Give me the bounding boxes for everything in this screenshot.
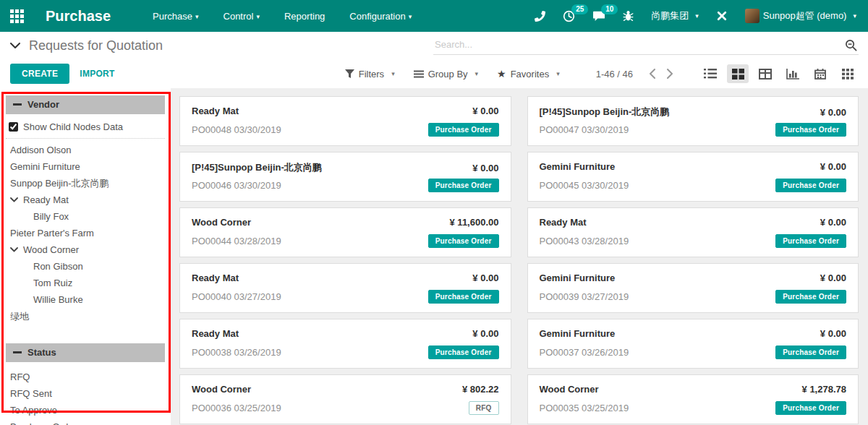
status-filter-item[interactable]: RFQ: [6, 369, 165, 385]
kanban-card[interactable]: [P!45]Sunpop Beijin-北京尚鹏 ¥ 0.00 PO00046 …: [179, 152, 511, 202]
activities-clock-icon[interactable]: 25: [563, 10, 575, 22]
kanban-card[interactable]: Gemini Furniture ¥ 0.00 PO00045 03/30/20…: [527, 152, 859, 202]
card-vendor-name: Wood Corner: [192, 384, 251, 395]
create-button[interactable]: CREATE: [10, 64, 69, 84]
status-filter-item[interactable]: RFQ Sent: [6, 385, 165, 402]
phone-icon[interactable]: [535, 11, 545, 22]
nav-menu-item[interactable]: Configuration▾: [349, 11, 412, 22]
pager-next-icon[interactable]: [661, 69, 679, 79]
company-switcher[interactable]: 尚鹏集团▾: [651, 9, 699, 22]
status-badge: Purchase Order: [428, 345, 499, 359]
status-badge: Purchase Order: [775, 345, 846, 359]
vendor-filter-list: Addison Olson Gemini Furniture Sunpop Be…: [6, 142, 165, 325]
kanban-card[interactable]: Wood Corner ¥ 11,600.00 PO00044 03/28/20…: [179, 207, 511, 257]
kanban-card[interactable]: Ready Mat ¥ 0.00 PO00040 03/27/2019 Purc…: [179, 263, 511, 313]
vendor-filter-item[interactable]: Tom Ruiz: [6, 275, 165, 291]
show-child-nodes-row[interactable]: Show Child Nodes Data: [6, 114, 165, 139]
chevron-down-icon[interactable]: [10, 247, 18, 252]
kanban-card[interactable]: Ready Mat ¥ 0.00 PO00043 03/28/2019 Purc…: [527, 207, 859, 257]
card-amount: ¥ 11,600.00: [450, 217, 499, 228]
status-badge: RFQ: [469, 401, 499, 415]
vendor-filter-item[interactable]: Billy Fox: [6, 208, 165, 225]
kanban-card[interactable]: Ready Mat ¥ 0.00 PO00048 03/30/2019 Purc…: [179, 96, 511, 146]
card-reference: PO00044 03/28/2019: [192, 236, 281, 246]
vendor-filter-item[interactable]: Gemini Furniture: [6, 158, 165, 175]
messages-icon[interactable]: 10: [592, 10, 605, 22]
status-section-header[interactable]: Status: [6, 343, 165, 362]
user-menu[interactable]: Sunpop超管 (demo) ▾: [745, 9, 856, 23]
nav-menu-item[interactable]: Reporting▾: [284, 11, 325, 22]
card-vendor-name: Gemini Furniture: [540, 161, 616, 172]
app-title[interactable]: Purchase: [46, 8, 111, 25]
status-badge: Purchase Order: [428, 234, 499, 248]
status-badge: Purchase Order: [775, 234, 846, 248]
card-amount: ¥ 0.00: [820, 107, 846, 118]
group-by-menu[interactable]: Group By▾: [414, 69, 478, 80]
chevron-down-icon[interactable]: [10, 197, 18, 202]
user-name: Sunpop超管 (demo): [763, 9, 847, 22]
vendor-filter-item[interactable]: Pieter Parter's Farm: [6, 225, 165, 241]
vendor-filter-item[interactable]: Wood Corner: [6, 241, 165, 258]
vendor-filter-item[interactable]: Ron Gibson: [6, 258, 165, 275]
nav-menu-item[interactable]: Purchase▾: [153, 11, 198, 22]
card-amount: ¥ 0.00: [820, 161, 846, 172]
kanban-card[interactable]: Wood Corner ¥ 802.22 PO00036 03/25/2019 …: [179, 374, 511, 424]
dashboard-view-icon[interactable]: [837, 64, 859, 83]
card-vendor-name: Wood Corner: [540, 384, 599, 395]
card-reference: PO00036 03/25/2019: [192, 403, 281, 413]
show-child-nodes-checkbox[interactable]: [9, 122, 18, 132]
nav-menu-item[interactable]: Control▾: [224, 11, 260, 22]
vendor-filter-item[interactable]: Willie Burke: [6, 291, 165, 308]
vendor-filter-item[interactable]: 绿地: [6, 308, 165, 325]
import-button[interactable]: IMPORT: [80, 69, 114, 79]
pager: 1-46 / 46: [596, 69, 633, 80]
debug-bug-icon[interactable]: [623, 10, 634, 22]
breadcrumb-chevron-icon[interactable]: [10, 43, 20, 49]
kanban-view: Ready Mat ¥ 0.00 PO00048 03/30/2019 Purc…: [179, 96, 859, 425]
apps-menu-icon[interactable]: [10, 9, 24, 23]
tools-icon[interactable]: [716, 10, 728, 22]
user-avatar: [745, 9, 760, 23]
status-filter-item[interactable]: Purchase Order: [6, 418, 165, 425]
kanban-card[interactable]: Gemini Furniture ¥ 0.00 PO00039 03/27/20…: [527, 263, 859, 313]
list-view-icon[interactable]: [699, 64, 721, 83]
filter-sidebar: Vendor Show Child Nodes Data Addison Ols…: [0, 88, 171, 425]
kanban-card[interactable]: Gemini Furniture ¥ 0.00 PO00037 03/26/20…: [527, 319, 859, 369]
graph-view-icon[interactable]: [782, 64, 804, 83]
star-icon: ★: [497, 68, 506, 80]
search-input[interactable]: [433, 36, 859, 55]
card-amount: ¥ 1,278.78: [802, 384, 846, 395]
status-badge: Purchase Order: [775, 290, 846, 304]
card-reference: PO00040 03/27/2019: [192, 291, 281, 302]
card-vendor-name: [P!45]Sunpop Beijin-北京尚鹏: [540, 106, 670, 119]
pager-previous-icon[interactable]: [643, 69, 661, 79]
card-amount: ¥ 802.22: [462, 384, 499, 395]
filters-menu[interactable]: Filters▾: [345, 69, 395, 80]
calendar-view-icon[interactable]: [809, 64, 831, 83]
activities-badge: 25: [571, 4, 588, 14]
search-icon[interactable]: [845, 39, 857, 51]
vendor-filter-item[interactable]: Addison Olson: [6, 142, 165, 158]
pivot-view-icon[interactable]: [754, 64, 776, 83]
card-amount: ¥ 0.00: [820, 272, 846, 283]
kanban-card[interactable]: [P!45]Sunpop Beijin-北京尚鹏 ¥ 0.00 PO00047 …: [527, 96, 859, 146]
card-vendor-name: Ready Mat: [192, 328, 239, 339]
main-menus: Purchase▾ Control▾ Reporting▾ Configurat…: [153, 11, 412, 22]
collapse-icon: [13, 103, 22, 106]
vendor-section-header[interactable]: Vendor: [6, 95, 165, 114]
card-vendor-name: Gemini Furniture: [540, 328, 616, 339]
favorites-menu[interactable]: ★ Favorites▾: [497, 68, 560, 80]
card-vendor-name: Gemini Furniture: [540, 272, 616, 283]
vendor-filter-item[interactable]: Ready Mat: [6, 192, 165, 208]
caret-down-icon: ▾: [409, 13, 412, 20]
card-reference: PO00048 03/30/2019: [192, 124, 281, 135]
breadcrumb-row: Requests for Quotation: [0, 32, 868, 59]
vendor-filter-item[interactable]: Sunpop Beijin-北京尚鹏: [6, 175, 165, 192]
status-filter-item[interactable]: To Approve: [6, 402, 165, 418]
group-by-icon: [414, 70, 424, 78]
kanban-card[interactable]: Wood Corner ¥ 1,278.78 PO00035 03/25/201…: [527, 374, 859, 424]
status-badge: Purchase Order: [428, 290, 499, 304]
card-reference: PO00043 03/28/2019: [540, 236, 629, 246]
kanban-card[interactable]: Ready Mat ¥ 0.00 PO00038 03/26/2019 Purc…: [179, 319, 511, 369]
kanban-view-icon[interactable]: [727, 64, 749, 83]
